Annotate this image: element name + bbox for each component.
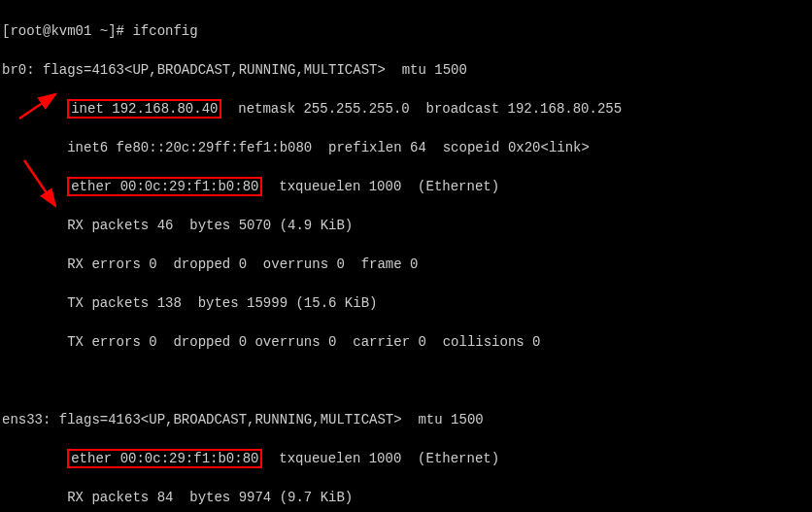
- prompt: [root@kvm01 ~]#: [2, 23, 132, 39]
- command: ifconfig: [132, 23, 197, 39]
- br0-header: br0: flags=4163<UP,BROADCAST,RUNNING,MUL…: [2, 60, 810, 80]
- br0-ether-line: ether 00:0c:29:f1:b0:80 txqueuelen 1000 …: [2, 177, 810, 196]
- br0-inet-highlight: inet 192.168.80.40: [67, 99, 221, 119]
- svg-line-3: [24, 160, 55, 206]
- blank-line-1: [2, 371, 810, 391]
- ens33-ether-highlight: ether 00:0c:29:f1:b0:80: [67, 449, 262, 468]
- arrow-annotation-1: [15, 89, 63, 123]
- svg-line-1: [19, 94, 55, 119]
- br0-rx-packets: RX packets 46 bytes 5070 (4.9 KiB): [2, 216, 810, 235]
- ens33-ether-line: ether 00:0c:29:f1:b0:80 txqueuelen 1000 …: [2, 449, 810, 468]
- ens33-rx-packets: RX packets 84 bytes 9974 (9.7 KiB): [2, 488, 810, 507]
- br0-inet6: inet6 fe80::20c:29ff:fef1:b080 prefixlen…: [2, 138, 810, 157]
- command-line: [root@kvm01 ~]# ifconfig: [2, 21, 810, 41]
- br0-tx-packets: TX packets 138 bytes 15999 (15.6 KiB): [2, 293, 810, 313]
- ens33-header: ens33: flags=4163<UP,BROADCAST,RUNNING,M…: [2, 410, 810, 429]
- br0-ether-highlight: ether 00:0c:29:f1:b0:80: [67, 177, 262, 196]
- br0-inet-line: inet 192.168.80.40 netmask 255.255.255.0…: [2, 99, 810, 119]
- terminal-output: [root@kvm01 ~]# ifconfig br0: flags=4163…: [2, 2, 810, 512]
- br0-tx-errors: TX errors 0 dropped 0 overruns 0 carrier…: [2, 332, 810, 352]
- arrow-annotation-2: [15, 155, 63, 214]
- br0-rx-errors: RX errors 0 dropped 0 overruns 0 frame 0: [2, 255, 810, 274]
